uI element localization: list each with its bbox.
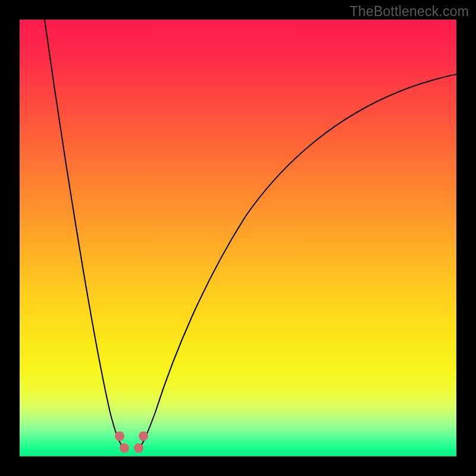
marker-left-bottom xyxy=(120,443,129,453)
curve-left-branch xyxy=(45,20,124,449)
curve-right-branch xyxy=(139,74,456,449)
marker-right-bottom xyxy=(134,443,143,453)
watermark-text: TheBottleneck.com xyxy=(350,4,469,20)
marker-left-top xyxy=(115,431,124,441)
chart-frame xyxy=(20,20,456,456)
chart-svg xyxy=(20,20,456,456)
marker-right-top xyxy=(139,431,148,441)
